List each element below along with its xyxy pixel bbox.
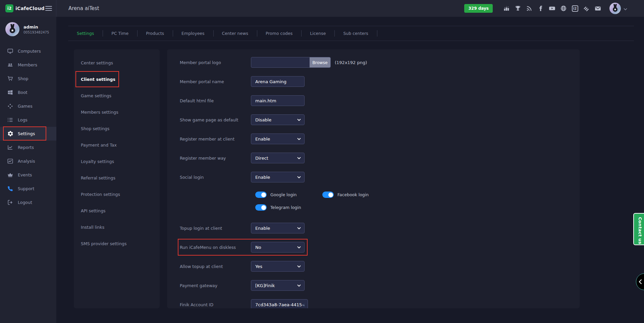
submenu-item-center-settings[interactable]: Center settings — [74, 55, 160, 71]
submenu-item-client-settings[interactable]: Client settings — [74, 71, 160, 88]
social-login-toggles: Google login Facebook login Telegram log… — [180, 191, 580, 214]
tab-pc-time[interactable]: PC Time — [103, 26, 137, 41]
form-row-social-login: Social login Enable — [180, 172, 580, 182]
chevron-down-icon[interactable] — [624, 5, 627, 12]
submenu-item-shop-settings[interactable]: Shop settings — [74, 120, 160, 137]
sidebar-item-label: Logout — [18, 200, 32, 205]
submenu-item-sms-provider-settings[interactable]: SMS provider settings — [74, 235, 160, 252]
submenu-item-loyalty-settings[interactable]: Loyalty settings — [74, 153, 160, 170]
tab-license[interactable]: License — [301, 26, 334, 41]
leaderboard-icon[interactable] — [503, 5, 510, 12]
submenu-item-payment-and-tax[interactable]: Payment and Tax — [74, 137, 160, 153]
sidebar-item-members[interactable]: Members — [0, 58, 56, 72]
sidebar-item-label: Computers — [18, 49, 41, 54]
submenu-item-members-settings[interactable]: Members settings — [74, 104, 160, 120]
field-label: Register member way — [180, 156, 251, 161]
chevron-down-icon — [297, 265, 301, 268]
sidebar-item-support[interactable]: Support — [0, 182, 56, 196]
sidebar-item-label: Boot — [18, 90, 28, 95]
default-html-file-input[interactable] — [251, 95, 305, 106]
contact-us-button[interactable]: Contact us — [633, 213, 644, 245]
collapse-widget-button[interactable] — [636, 273, 644, 290]
globe-icon[interactable] — [560, 5, 567, 12]
member-portal-name-input[interactable] — [251, 76, 305, 87]
sidebar-item-reports[interactable]: Reports — [0, 141, 56, 154]
facebook-login-toggle[interactable]: Facebook login — [322, 192, 369, 198]
sidebar-item-settings[interactable]: Settings — [0, 127, 56, 141]
select-value: Disable — [255, 117, 271, 122]
sidebar-item-logout[interactable]: Logout — [0, 196, 56, 209]
telegram-login-toggle[interactable]: Telegram login — [255, 204, 301, 211]
sidebar-item-computers[interactable]: Computers — [0, 44, 56, 58]
field-label: Member portal name — [180, 79, 251, 84]
license-days-badge[interactable]: 329 days — [464, 4, 493, 13]
user-profile[interactable]: admin 005193482475 — [0, 17, 56, 41]
logout-icon — [7, 200, 13, 205]
header-actions: 329 days i2 — [464, 3, 644, 14]
field-label: Show game page as default — [180, 117, 251, 122]
social-login-select[interactable]: Enable — [251, 172, 305, 182]
tab-promo-codes[interactable]: Promo codes — [257, 26, 301, 41]
tab-center-news[interactable]: Center news — [213, 26, 257, 41]
field-label: Run iCafeMenu on diskless — [180, 245, 251, 250]
tab-settings[interactable]: Settings — [68, 26, 103, 41]
finik-account-id-input[interactable] — [251, 299, 308, 308]
toggle-label: Google login — [270, 192, 297, 197]
tab-employees[interactable]: Employees — [173, 26, 213, 41]
icafecloud-icon[interactable]: i2 — [572, 5, 578, 12]
register-member-at-client-select[interactable]: Enable — [251, 133, 305, 144]
submenu-item-game-settings[interactable]: Game settings — [74, 88, 160, 104]
tab-sub-centers[interactable]: Sub centers — [334, 26, 377, 41]
submenu-item-api-settings[interactable]: API settings — [74, 203, 160, 219]
select-value: No — [255, 245, 261, 250]
logo-size-hint: (192x192 png) — [335, 60, 367, 65]
user-avatar — [5, 22, 19, 36]
toggle-label: Facebook login — [337, 192, 369, 197]
sidebar-item-games[interactable]: Games — [0, 99, 56, 113]
sidebar-item-label: Members — [18, 62, 37, 67]
field-label: Payment gateway — [180, 283, 251, 288]
youtube-icon[interactable] — [549, 5, 555, 12]
sidebar: admin 005193482475 Computers Members Sho… — [0, 17, 56, 323]
payment-gateway-select[interactable]: [KG]Finik — [251, 280, 305, 291]
rss-icon[interactable] — [526, 5, 533, 12]
form-row-default-html-file: Default html file — [180, 95, 580, 106]
facebook-icon[interactable] — [537, 5, 544, 12]
field-label: Finik Account ID — [180, 302, 251, 307]
sidebar-item-shop[interactable]: Shop — [0, 72, 56, 86]
google-login-toggle[interactable]: Google login — [255, 192, 297, 198]
field-label: Allow topup at client — [180, 264, 251, 269]
submenu-item-install-links[interactable]: Install links — [74, 219, 160, 235]
mail-icon[interactable] — [594, 5, 601, 12]
logo-file-input[interactable]: Browse — [251, 57, 331, 68]
run-icafemenu-on-diskless-select[interactable]: No — [251, 242, 305, 253]
settings-submenu: Center settings Client settings Game set… — [74, 49, 160, 308]
user-avatar[interactable] — [609, 3, 621, 14]
form-row-member-portal-logo: Member portal logo Browse (192x192 png) — [180, 57, 580, 68]
sidebar-item-boot[interactable]: Boot — [0, 86, 56, 99]
sidebar-item-events[interactable]: Events — [0, 168, 56, 182]
chevron-down-icon — [297, 157, 301, 159]
submenu-item-protection-settings[interactable]: Protection settings — [74, 186, 160, 203]
allow-topup-at-client-select[interactable]: Yes — [251, 261, 305, 272]
show-game-page-select[interactable]: Disable — [251, 114, 305, 125]
monitor-icon — [7, 48, 13, 54]
sidebar-item-logs[interactable]: Logs — [0, 113, 56, 127]
select-value: Yes — [255, 264, 262, 269]
sidebar-item-analysis[interactable]: Analysis — [0, 154, 56, 168]
field-label: Default html file — [180, 98, 251, 103]
hamburger-menu-icon[interactable] — [45, 5, 52, 12]
tab-products[interactable]: Products — [137, 26, 173, 41]
chevron-down-icon — [297, 227, 301, 229]
area-chart-icon — [7, 158, 13, 164]
toggle-on-icon — [255, 204, 267, 211]
chevron-down-icon — [297, 284, 301, 287]
list-icon — [7, 117, 13, 123]
topup-login-at-client-select[interactable]: Enable — [251, 223, 305, 233]
submenu-item-referral-settings[interactable]: Referral settings — [74, 170, 160, 186]
trophy-icon[interactable] — [515, 5, 521, 12]
layers-icon[interactable] — [583, 5, 590, 12]
register-member-way-select[interactable]: Direct — [251, 153, 305, 163]
chevron-down-icon — [297, 246, 301, 249]
browse-button[interactable]: Browse — [310, 57, 330, 67]
